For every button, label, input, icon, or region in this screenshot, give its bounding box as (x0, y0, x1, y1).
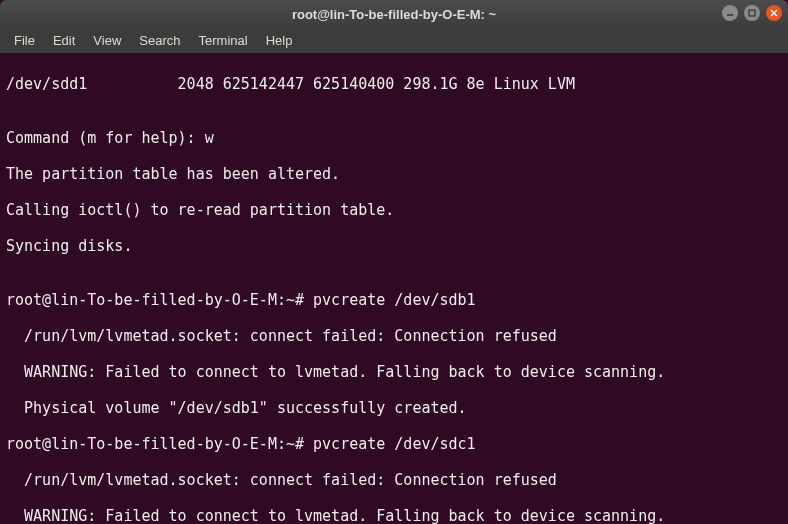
terminal-line: WARNING: Failed to connect to lvmetad. F… (6, 507, 782, 524)
minimize-button[interactable] (722, 5, 738, 21)
terminal-content[interactable]: /dev/sdd1 2048 625142447 625140400 298.1… (0, 53, 788, 524)
terminal-line: Calling ioctl() to re-read partition tab… (6, 201, 782, 219)
terminal-line: /run/lvm/lvmetad.socket: connect failed:… (6, 471, 782, 489)
terminal-line: Physical volume "/dev/sdb1" successfully… (6, 399, 782, 417)
minimize-icon (726, 9, 734, 17)
menubar: File Edit View Search Terminal Help (0, 28, 788, 53)
maximize-icon (748, 9, 756, 17)
menu-help[interactable]: Help (258, 30, 301, 51)
menu-search[interactable]: Search (131, 30, 188, 51)
svg-rect-1 (749, 10, 755, 16)
close-icon (770, 9, 778, 17)
menu-file[interactable]: File (6, 30, 43, 51)
menu-terminal[interactable]: Terminal (191, 30, 256, 51)
window-controls (722, 5, 782, 21)
terminal-line: The partition table has been altered. (6, 165, 782, 183)
terminal-line: /run/lvm/lvmetad.socket: connect failed:… (6, 327, 782, 345)
terminal-line: WARNING: Failed to connect to lvmetad. F… (6, 363, 782, 381)
terminal-line: Syncing disks. (6, 237, 782, 255)
terminal-line: root@lin-To-be-filled-by-O-E-M:~# pvcrea… (6, 291, 782, 309)
window-title: root@lin-To-be-filled-by-O-E-M: ~ (292, 7, 496, 22)
maximize-button[interactable] (744, 5, 760, 21)
close-button[interactable] (766, 5, 782, 21)
terminal-line: /dev/sdd1 2048 625142447 625140400 298.1… (6, 75, 782, 93)
menu-view[interactable]: View (85, 30, 129, 51)
menu-edit[interactable]: Edit (45, 30, 83, 51)
terminal-line: Command (m for help): w (6, 129, 782, 147)
terminal-line: root@lin-To-be-filled-by-O-E-M:~# pvcrea… (6, 435, 782, 453)
titlebar: root@lin-To-be-filled-by-O-E-M: ~ (0, 0, 788, 28)
